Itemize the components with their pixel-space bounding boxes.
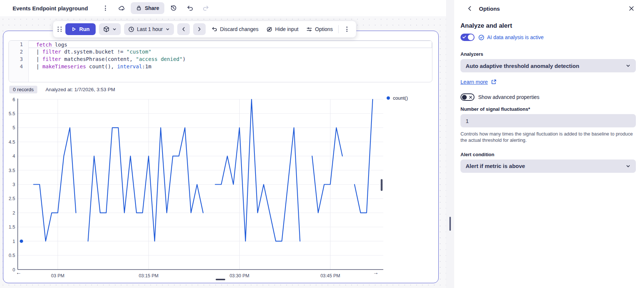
run-label: Run [79, 26, 90, 32]
fluctuations-input[interactable] [460, 114, 636, 127]
analyze-alert-heading: Analyze and alert [460, 22, 636, 30]
analyzer-select-value: Auto adaptive threshold anomaly detectio… [466, 63, 626, 69]
play-icon [71, 27, 76, 32]
options-button[interactable]: Options [304, 23, 335, 35]
svg-text:03:30 PM: 03:30 PM [230, 273, 250, 278]
panel-title: Options [479, 6, 627, 12]
more-menu-icon [346, 27, 347, 32]
line-number: 1 [9, 41, 29, 48]
toolbar-more-menu-button[interactable] [342, 23, 352, 35]
svg-text:1: 1 [13, 239, 15, 244]
code-text: | filter matchesPhrase(content, "access … [29, 55, 432, 63]
results-row: 0 records Analyzed at: 1/7/2026, 3:53 PM [9, 85, 115, 94]
code-text: | filter dt.system.bucket != "custom" [29, 48, 432, 55]
main-column: Events Endpoint playground Share [0, 0, 446, 288]
time-shift-back-button[interactable] [177, 23, 190, 35]
top-header: Events Endpoint playground Share [0, 0, 446, 16]
x-icon [469, 96, 472, 99]
advanced-properties-toggle[interactable] [460, 93, 475, 101]
code-text: | makeTimeseries count(), interval:1m [29, 63, 432, 70]
query-toolbar: Run Last 1 hour [53, 21, 356, 38]
records-count-badge: 0 records [9, 86, 37, 93]
legend-dot [387, 96, 390, 100]
redo-button[interactable] [200, 2, 212, 14]
code-line[interactable]: 2| filter dt.system.bucket != "custom" [9, 48, 432, 55]
discard-changes-label: Discard changes [220, 26, 258, 32]
panel-resize-gutter[interactable] [446, 0, 454, 288]
code-line[interactable]: 3| filter matchesPhrase(content, "access… [9, 55, 432, 63]
svg-text:4.5: 4.5 [9, 140, 15, 145]
analyzer-select[interactable]: Auto adaptive threshold anomaly detectio… [460, 59, 636, 72]
code-text: fetch logs [29, 41, 432, 48]
time-shift-forward-button[interactable] [193, 23, 206, 35]
svg-text:0.5: 0.5 [9, 253, 15, 258]
query-card: 1fetch logs2| filter dt.system.bucket !=… [3, 31, 439, 283]
svg-text:0: 0 [13, 267, 15, 272]
pan-right-arrow[interactable]: → [373, 269, 378, 275]
svg-text:4: 4 [13, 154, 15, 159]
panel-back-button[interactable] [465, 3, 474, 14]
svg-text:3.5: 3.5 [9, 168, 15, 173]
ai-analysis-status[interactable]: AI data analysis is active [478, 34, 544, 41]
svg-text:6: 6 [13, 97, 15, 102]
clock-icon [128, 26, 134, 32]
editor-padding-row [9, 70, 432, 82]
chevron-down-icon [626, 164, 631, 169]
analyzers-label: Analyzers [460, 51, 636, 57]
hide-input-button[interactable]: Hide input [264, 23, 301, 35]
hide-input-label: Hide input [275, 26, 298, 32]
document-more-menu-button[interactable] [99, 2, 112, 14]
page-title: Events Endpoint playground [13, 5, 88, 11]
chevron-left-icon [181, 27, 186, 32]
advanced-properties-label: Show advanced properties [478, 94, 539, 100]
svg-text:3: 3 [13, 182, 15, 187]
timeseries-chart: count() 00.511.522.533.544.555.5603 PM03… [6, 97, 436, 282]
time-range-button[interactable]: Last 1 hour [124, 23, 174, 35]
check-circle-icon [478, 34, 484, 41]
more-menu-icon [105, 6, 106, 11]
time-range-label: Last 1 hour [137, 26, 163, 32]
alert-condition-value: Alert if metric is above [466, 163, 626, 169]
ai-analysis-toggle[interactable] [460, 34, 475, 41]
undo-icon [186, 4, 193, 12]
chevron-down-icon [112, 27, 117, 31]
chart-legend[interactable]: count() [387, 95, 408, 101]
alert-condition-select[interactable]: Alert if metric is above [460, 160, 636, 173]
lock-icon [136, 5, 142, 11]
drag-handle-icon[interactable] [58, 27, 62, 32]
line-number: 3 [9, 55, 29, 63]
legend-label: count() [393, 95, 408, 101]
undo-button[interactable] [184, 2, 196, 14]
svg-text:2.5: 2.5 [9, 196, 15, 201]
chevron-down-icon [626, 63, 631, 68]
svg-text:5.5: 5.5 [9, 111, 15, 116]
fluctuations-label: Number of signal fluctuations* [460, 106, 636, 112]
code-line[interactable]: 1fetch logs [9, 41, 432, 48]
cube-icon [103, 26, 110, 32]
app: Events Endpoint playground Share [0, 0, 644, 288]
code-line[interactable]: 4| makeTimeseries count(), interval:1m [9, 63, 432, 70]
dql-editor[interactable]: 1fetch logs2| filter dt.system.bucket !=… [8, 40, 432, 82]
sliders-icon [306, 26, 312, 32]
learn-more-link[interactable]: Learn more [460, 79, 497, 85]
panel-close-button[interactable] [627, 3, 636, 14]
external-link-icon [491, 79, 497, 85]
history-button[interactable] [167, 2, 180, 14]
cloud-sync-button[interactable] [115, 2, 128, 14]
share-button[interactable]: Share [131, 2, 164, 14]
line-number: 4 [9, 63, 29, 70]
line-number: 2 [9, 48, 29, 55]
chart-bottom-resize-handle[interactable] [216, 279, 225, 280]
options-panel-header: Options [454, 0, 644, 17]
redo-icon [202, 4, 210, 12]
chevron-right-icon [197, 27, 202, 32]
run-button[interactable]: Run [65, 23, 96, 35]
pan-left-arrow[interactable]: ← [16, 269, 21, 275]
panel-resize-handle[interactable] [449, 217, 451, 231]
eye-slash-icon [266, 26, 273, 32]
data-source-button[interactable] [99, 23, 121, 35]
svg-text:2: 2 [13, 210, 15, 216]
discard-changes-button[interactable]: Discard changes [209, 23, 261, 35]
learn-more-label: Learn more [460, 79, 488, 85]
chart-right-resize-handle[interactable] [381, 179, 383, 191]
